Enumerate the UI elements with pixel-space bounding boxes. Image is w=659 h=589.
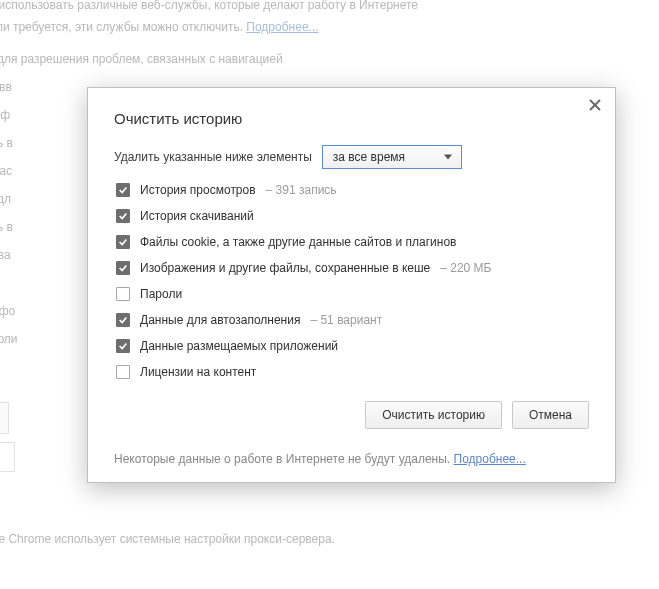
- checkbox-download-history[interactable]: [116, 209, 130, 223]
- item-cookies: Файлы cookie, а также другие данные сайт…: [116, 235, 589, 249]
- item-autofill: Данные для автозаполнения – 51 вариант: [116, 313, 589, 327]
- item-content-licenses: Лицензии на контент: [116, 365, 589, 379]
- dialog-footer: Некоторые данные о работе в Интернете не…: [114, 451, 589, 466]
- close-button[interactable]: [585, 96, 605, 116]
- dialog-title: Очистить историю: [114, 110, 589, 127]
- item-label: Файлы cookie, а также другие данные сайт…: [140, 235, 456, 249]
- checkbox-content-licenses[interactable]: [116, 365, 130, 379]
- item-label: Пароли: [140, 287, 182, 301]
- range-label: Удалить указанные ниже элементы: [114, 150, 312, 164]
- confirm-clear-button[interactable]: Очистить историю: [365, 401, 502, 429]
- cancel-button[interactable]: Отмена: [512, 401, 589, 429]
- item-label: История просмотров: [140, 183, 256, 197]
- checkbox-hosted-apps[interactable]: [116, 339, 130, 353]
- checkbox-cookies[interactable]: [116, 235, 130, 249]
- item-suffix: – 51 вариант: [310, 313, 382, 327]
- close-icon: [589, 99, 601, 114]
- item-hosted-apps: Данные размещаемых приложений: [116, 339, 589, 353]
- checkbox-cache[interactable]: [116, 261, 130, 275]
- checkbox-browsing-history[interactable]: [116, 183, 130, 197]
- item-label: Изображения и другие файлы, сохраненные …: [140, 261, 430, 275]
- item-download-history: История скачиваний: [116, 209, 589, 223]
- clear-history-dialog: Очистить историю Удалить указанные ниже …: [87, 87, 616, 483]
- item-label: Данные для автозаполнения: [140, 313, 300, 327]
- item-label: История скачиваний: [140, 209, 254, 223]
- item-suffix: – 391 запись: [266, 183, 337, 197]
- item-browsing-history: История просмотров – 391 запись: [116, 183, 589, 197]
- footer-learn-more-link[interactable]: Подробнее...: [454, 452, 526, 466]
- checkbox-passwords[interactable]: [116, 287, 130, 301]
- item-passwords: Пароли: [116, 287, 589, 301]
- item-cache: Изображения и другие файлы, сохраненные …: [116, 261, 589, 275]
- item-label: Данные размещаемых приложений: [140, 339, 338, 353]
- item-suffix: – 220 МБ: [440, 261, 491, 275]
- checkbox-autofill[interactable]: [116, 313, 130, 327]
- item-label: Лицензии на контент: [140, 365, 256, 379]
- clear-items-list: История просмотров – 391 запись История …: [116, 183, 589, 379]
- time-range-select[interactable]: за все время: [322, 145, 462, 169]
